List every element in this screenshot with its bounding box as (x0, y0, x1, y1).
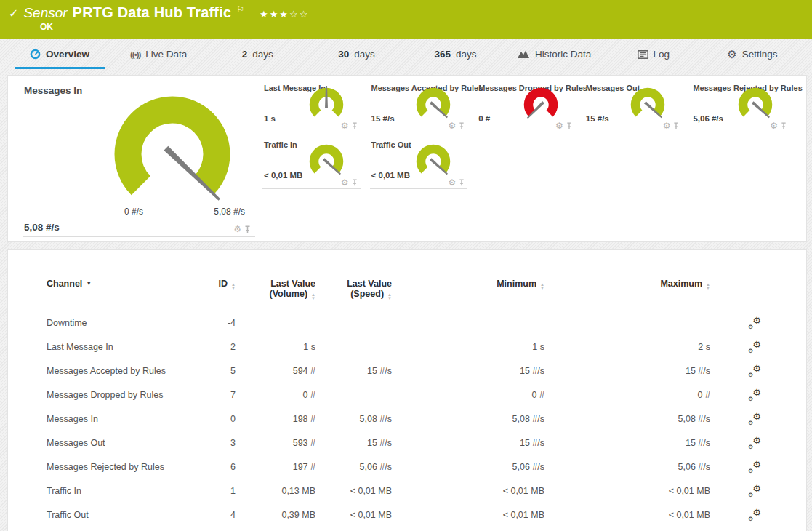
sort-icon[interactable]: ▲▼ (231, 283, 236, 290)
cell-channel: Last Message In (47, 335, 199, 359)
cell-last-value-volume: 1 s (236, 335, 315, 359)
cell-last-value-speed: < 0,01 MB (315, 479, 392, 503)
tab-365-days[interactable]: 365days (411, 39, 501, 69)
channel-settings-icon[interactable]: ⚙⚙ (748, 484, 761, 496)
gauge-settings-icon[interactable]: ⚙ (341, 121, 349, 131)
gauge-current-value: 15 #/s (586, 114, 609, 123)
sort-desc-icon[interactable]: ▼ (86, 280, 92, 287)
gauge-label: Traffic Out (371, 140, 411, 149)
gauge-panel-traffic-out: Traffic Out< 0,01 MB⚙ (370, 132, 468, 189)
pin-icon[interactable] (352, 122, 358, 129)
column-label: Last Value (270, 279, 315, 289)
cell-last-value-speed: 15 #/s (315, 431, 392, 455)
messages-out-gauge (628, 85, 667, 122)
channel-settings-icon[interactable]: ⚙⚙ (748, 412, 761, 424)
gauge-panel-last-message-in: Last Message In1 s⚙ (262, 76, 361, 132)
cell-actions: ⚙⚙ (710, 479, 770, 503)
flag-icon[interactable]: ⚐ (236, 4, 244, 15)
gauge-settings-icon[interactable]: ⚙ (233, 224, 241, 234)
gauge-settings-icon[interactable]: ⚙ (663, 121, 671, 131)
column-header-minimum[interactable]: Minimum▲▼ (392, 279, 544, 311)
column-sublabel: (Volume) (270, 289, 308, 299)
messages-rejected-by-rules-gauge (736, 85, 775, 122)
cell-id: 4 (199, 503, 236, 527)
tab-label-bold: 365 (435, 49, 451, 60)
sensor-header: ✓ Sensor PRTG Data Hub Traffic ⚐ ★★★☆☆ O… (0, 0, 812, 39)
column-label: ID (219, 279, 228, 289)
gauge-label: Traffic In (264, 140, 297, 149)
channel-settings-icon[interactable]: ⚙⚙ (748, 436, 761, 448)
column-header-last-value-speed[interactable]: Last Value(Speed)▲▼ (315, 279, 392, 311)
column-header-id[interactable]: ID▲▼ (199, 279, 236, 311)
cell-channel: Messages In (47, 407, 199, 431)
pin-icon[interactable] (566, 122, 572, 129)
tab-settings[interactable]: ⚙Settings (707, 39, 797, 69)
cell-maximum: 5,08 #/s (544, 407, 710, 431)
pin-icon[interactable] (459, 179, 465, 186)
cell-last-value-speed: 5,08 #/s (315, 407, 392, 431)
channel-settings-icon[interactable]: ⚙⚙ (748, 340, 761, 352)
sort-icon[interactable]: ▲▼ (387, 293, 392, 300)
tab-log[interactable]: Log (608, 39, 699, 69)
channel-settings-icon[interactable]: ⚙⚙ (748, 388, 761, 400)
tab-label: days (252, 49, 273, 60)
priority-stars[interactable]: ★★★☆☆ (260, 9, 309, 20)
cell-last-value-speed: 5,06 #/s (315, 455, 392, 479)
cell-last-value-speed: 15 #/s (315, 359, 392, 383)
tab-live-data[interactable]: ((•))Live Data (113, 39, 204, 69)
pin-icon[interactable] (352, 179, 358, 186)
tab-overview[interactable]: Overview (15, 39, 105, 69)
status-badge: OK (40, 22, 803, 32)
pin-icon[interactable] (781, 122, 787, 129)
column-header-channel[interactable]: Channel▼ (47, 279, 199, 311)
sensor-title: PRTG Data Hub Traffic (73, 4, 232, 21)
cell-actions: ⚙⚙ (710, 407, 770, 431)
cell-last-value-volume (236, 311, 315, 335)
settings-icon: ⚙ (727, 48, 736, 61)
cell-last-value-volume: 0 # (236, 383, 315, 407)
channel-settings-icon[interactable]: ⚙⚙ (748, 364, 761, 376)
cell-last-value-volume: 198 # (236, 407, 315, 431)
gauge-current-value: 5,06 #/s (693, 114, 723, 123)
pin-icon[interactable] (673, 122, 679, 129)
gauge-settings-icon[interactable]: ⚙ (555, 121, 563, 131)
gauge-settings-icon[interactable]: ⚙ (448, 121, 456, 131)
tab-label: Historic Data (535, 49, 591, 60)
cell-id: 7 (199, 383, 236, 407)
column-label: Maximum (660, 279, 702, 289)
traffic-in-gauge (307, 142, 346, 179)
cell-id: 2 (199, 335, 236, 359)
channel-row-downtime: Downtime-4⚙⚙ (47, 311, 770, 335)
channel-table-panel: Channel▼ID▲▼Last Value(Volume)▲▼Last Val… (7, 249, 807, 531)
tab-bar: Overview((•))Live Data2days30days365days… (0, 39, 812, 69)
gauge-settings-icon[interactable]: ⚙ (341, 177, 349, 188)
pin-icon[interactable] (459, 122, 465, 129)
cell-actions: ⚙⚙ (710, 455, 770, 479)
sort-icon[interactable]: ▲▼ (311, 293, 315, 300)
sort-icon[interactable]: ▲▼ (540, 283, 544, 290)
channel-settings-icon[interactable]: ⚙⚙ (748, 508, 761, 520)
gauge-current-value: 0 # (478, 114, 490, 123)
tab-historic-data[interactable]: Historic Data (510, 39, 600, 69)
gauge-settings-icon[interactable]: ⚙ (448, 177, 456, 188)
tab-2-days[interactable]: 2days (212, 39, 302, 69)
column-label: Last Value (347, 279, 392, 289)
tab-label-bold: 30 (338, 49, 349, 60)
cell-minimum: 15 #/s (392, 359, 544, 383)
sort-icon[interactable]: ▲▼ (706, 283, 710, 290)
column-header-last-value-volume[interactable]: Last Value(Volume)▲▼ (236, 279, 315, 311)
last-message-in-gauge (307, 85, 346, 122)
tab-30-days[interactable]: 30days (311, 39, 401, 69)
pin-icon[interactable] (244, 225, 251, 233)
column-sublabel: (Speed) (350, 289, 384, 299)
small-gauges-grid: Last Message In1 s⚙Messages Accepted by … (262, 76, 799, 241)
channel-settings-icon[interactable]: ⚙⚙ (748, 316, 761, 328)
tab-label: Overview (46, 49, 89, 60)
column-header-maximum[interactable]: Maximum▲▼ (544, 279, 710, 311)
gauge-settings-icon[interactable]: ⚙ (770, 121, 778, 131)
cell-minimum: 15 #/s (392, 431, 544, 455)
cell-last-value-volume: 197 # (236, 455, 315, 479)
cell-last-value-volume: 0,13 MB (236, 479, 315, 503)
cell-channel: Messages Accepted by Rules (47, 359, 199, 383)
channel-settings-icon[interactable]: ⚙⚙ (748, 460, 761, 472)
